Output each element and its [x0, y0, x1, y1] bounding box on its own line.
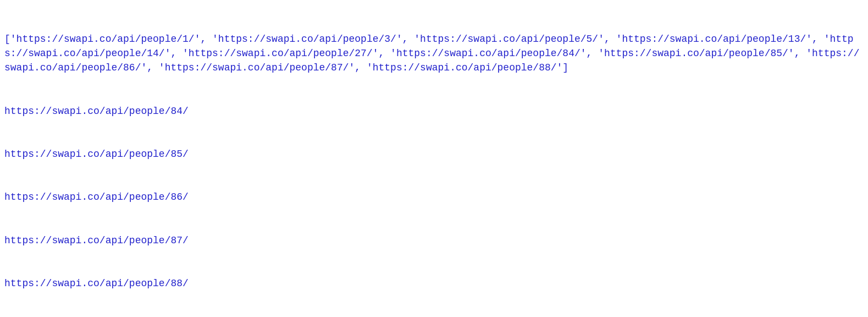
output-line-4: https://swapi.co/api/people/87/ — [4, 233, 864, 248]
output-block: ['https://swapi.co/api/people/1/', 'http… — [4, 3, 864, 317]
output-line-0: ['https://swapi.co/api/people/1/', 'http… — [4, 32, 864, 75]
output-line-2: https://swapi.co/api/people/85/ — [4, 147, 864, 161]
output-line-3: https://swapi.co/api/people/86/ — [4, 190, 864, 204]
output-line-1: https://swapi.co/api/people/84/ — [4, 104, 864, 118]
output-line-5: https://swapi.co/api/people/88/ — [4, 276, 864, 291]
